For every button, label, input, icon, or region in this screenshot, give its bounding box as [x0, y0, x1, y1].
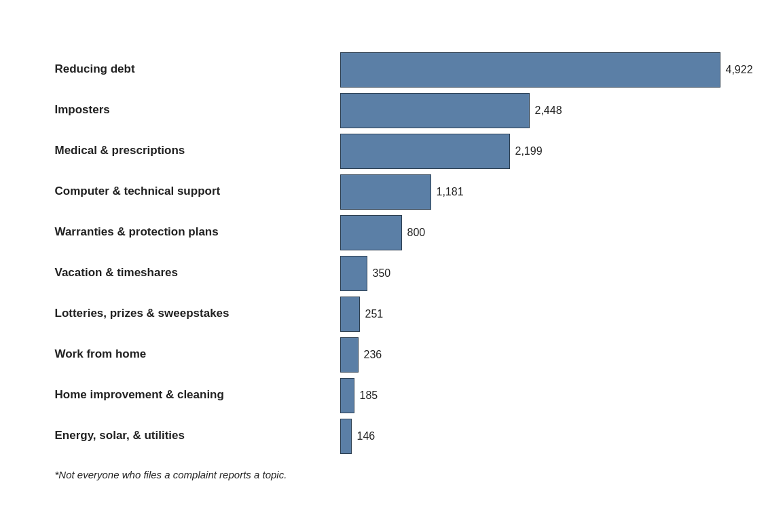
bar-row: Warranties & protection plans 800 [55, 215, 714, 250]
bar-wrapper: 146 [340, 419, 714, 454]
bar-wrapper: 4,922 [340, 52, 753, 88]
bar-label: Vacation & timeshares [55, 265, 340, 280]
bar-row: Lotteries, prizes & sweepstakes 251 [55, 297, 714, 332]
bar-value: 146 [357, 430, 376, 442]
bar-label: Work from home [55, 347, 340, 362]
bar-value: 4,922 [726, 64, 753, 76]
bar [340, 297, 360, 332]
bar-wrapper: 2,199 [340, 134, 714, 169]
bar-value: 2,448 [535, 104, 562, 117]
bar-value: 350 [373, 267, 391, 280]
bar-label: Lotteries, prizes & sweepstakes [55, 306, 340, 321]
chart-container: Reducing debt 4,922 Imposters 2,448 Medi… [28, 32, 741, 501]
bar-row: Home improvement & cleaning 185 [55, 378, 714, 413]
bar-label: Warranties & protection plans [55, 225, 340, 240]
bar-label: Medical & prescriptions [55, 143, 340, 158]
bar [340, 337, 359, 373]
bar [340, 174, 431, 210]
bar [340, 256, 367, 291]
bar-label: Imposters [55, 102, 340, 117]
bar-wrapper: 236 [340, 337, 714, 373]
bar-value: 185 [360, 390, 378, 402]
bar-row: Medical & prescriptions 2,199 [55, 134, 714, 169]
bar-value: 800 [407, 227, 426, 239]
bar-row: Work from home 236 [55, 337, 714, 373]
bar-wrapper: 800 [340, 215, 714, 250]
bar-label: Computer & technical support [55, 184, 340, 199]
bar-row: Imposters 2,448 [55, 93, 714, 128]
bar-wrapper: 350 [340, 256, 714, 291]
bar-value: 251 [365, 308, 384, 320]
bar-row: Energy, solar, & utilities 146 [55, 419, 714, 454]
footnote: *Not everyone who files a complaint repo… [55, 469, 714, 480]
bar-row: Reducing debt 4,922 [55, 52, 714, 88]
bar-row: Vacation & timeshares 350 [55, 256, 714, 291]
bar-value: 2,199 [515, 145, 543, 157]
bar-row: Computer & technical support 1,181 [55, 174, 714, 210]
bar-label: Home improvement & cleaning [55, 387, 340, 402]
bar [340, 378, 354, 413]
bar-wrapper: 185 [340, 378, 714, 413]
bar-wrapper: 1,181 [340, 174, 714, 210]
bar-label: Reducing debt [55, 62, 340, 77]
bar [340, 134, 510, 169]
bar [340, 215, 402, 250]
bar [340, 52, 720, 88]
bar [340, 93, 530, 128]
bar-value: 1,181 [437, 186, 464, 198]
bar-value: 236 [364, 349, 382, 361]
bars-container: Reducing debt 4,922 Imposters 2,448 Medi… [55, 52, 714, 454]
bar-label: Energy, solar, & utilities [55, 428, 340, 443]
bar [340, 419, 352, 454]
bar-wrapper: 2,448 [340, 93, 714, 128]
bar-wrapper: 251 [340, 297, 714, 332]
